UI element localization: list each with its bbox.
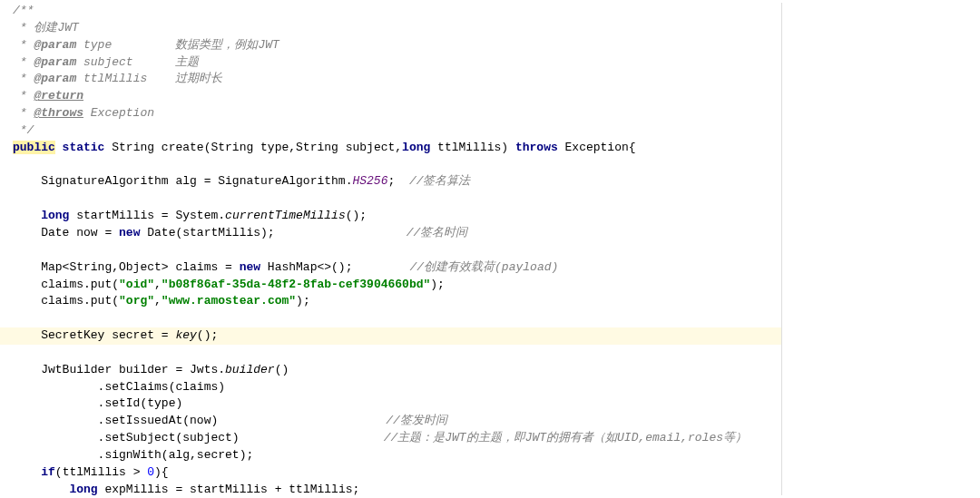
blank-line (0, 190, 781, 208)
alg-line: SignatureAlgorithm alg = SignatureAlgori… (0, 173, 781, 190)
set-claims-line: .setClaims(claims) (0, 379, 781, 396)
method-signature: public static String create(String type,… (0, 140, 781, 157)
javadoc-return: * @return (0, 88, 781, 105)
set-subject-line: .setSubject(subject)//主题：是JWT的主题，即JWT的拥有… (0, 430, 781, 447)
javadoc-throws: * @throws Exception (0, 105, 781, 122)
javadoc-param-type: * @param type 数据类型，例如JWT (0, 37, 781, 54)
set-id-line: .setId(type) (0, 395, 781, 413)
map-claims-line: Map<String,Object> claims = new HashMap<… (0, 259, 781, 277)
start-millis-line: long startMillis = System.currentTimeMil… (0, 208, 781, 225)
sign-with-line: .signWith(alg,secret); (0, 447, 781, 464)
if-line: if(ttlMillis > 0){ (0, 464, 781, 482)
secret-key-line: SecretKey secret = key(); (0, 327, 781, 345)
javadoc-line-desc: * 创建JWT (0, 20, 781, 37)
blank-line (0, 310, 781, 327)
date-now-line: Date now = new Date(startMillis);//签名时间 (0, 225, 781, 242)
javadoc-param-ttl: * @param ttlMillis 过期时长 (0, 71, 781, 88)
blank-line (0, 345, 781, 362)
javadoc-param-subject: * @param subject 主题 (0, 54, 781, 72)
claims-put-org: claims.put("org","www.ramostear.com"); (0, 293, 781, 310)
exp-millis-line: long expMillis = startMillis + ttlMillis… (0, 482, 781, 498)
claims-put-oid: claims.put("oid","b08f86af-35da-48f2-8fa… (0, 277, 781, 294)
blank-line (0, 157, 781, 174)
blank-line (0, 242, 781, 259)
set-issued-at-line: .setIssuedAt(now)//签发时间 (0, 413, 781, 430)
javadoc-close: */ (0, 122, 781, 140)
javadoc-open: /** (0, 3, 781, 20)
jwt-builder-line: JwtBuilder builder = Jwts.builder() (0, 362, 781, 379)
code-editor[interactable]: /** * 创建JWT * @param type 数据类型，例如JWT * @… (0, 3, 782, 495)
